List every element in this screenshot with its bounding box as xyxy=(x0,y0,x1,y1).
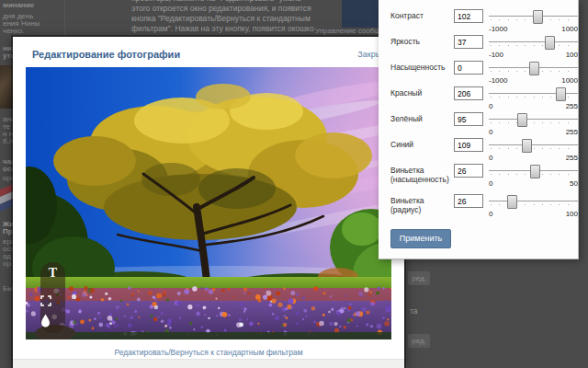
range-min: 0 xyxy=(489,210,492,218)
slider-range: 050 xyxy=(489,179,578,188)
dimmed-messages-link: Управление сообщес xyxy=(315,27,388,35)
screen: минаниедня деньения Ниныченко.нирутванцт… xyxy=(0,0,588,368)
range-max: 1000 xyxy=(561,76,578,85)
slider-range: -100100 xyxy=(489,51,578,59)
dimmed-sidebar-text: минание xyxy=(3,1,34,9)
dimmed-text-fragment: та xyxy=(410,306,418,316)
slider-thumb[interactable] xyxy=(545,36,555,50)
slider[interactable]: -10001000 xyxy=(489,9,578,34)
slider[interactable]: 050 xyxy=(489,164,578,189)
value-input[interactable] xyxy=(454,9,483,23)
value-input[interactable] xyxy=(454,86,483,100)
range-max: 1000 xyxy=(561,25,578,33)
slider-row: Красный0255 xyxy=(390,86,567,111)
range-min: 0 xyxy=(489,179,492,188)
value-input[interactable] xyxy=(454,164,483,178)
dimmed-edit-badge: ред. xyxy=(408,271,430,285)
slider-range: 0100 xyxy=(489,210,578,218)
slider-label: Синий xyxy=(390,140,449,149)
value-input[interactable] xyxy=(454,112,483,126)
slider-row: Яркость-100100 xyxy=(390,35,567,60)
slider-ticks xyxy=(491,45,576,46)
range-min: 0 xyxy=(489,102,492,110)
slider-row: Зелёный0255 xyxy=(390,112,567,137)
photo-edit-modal: Редактирование фотографии Закрыть xyxy=(13,37,404,368)
slider-thumb[interactable] xyxy=(522,139,532,153)
slider-range: 0255 xyxy=(489,154,578,162)
slider-thumb[interactable] xyxy=(517,113,527,127)
value-input[interactable] xyxy=(454,35,483,49)
dimmed-sidebar-text: ченко. xyxy=(3,27,24,35)
slider-label: Виньетка (насыщенность) xyxy=(390,166,449,184)
dimmed-sidebar-text: ор xyxy=(3,259,11,268)
range-max: 100 xyxy=(566,210,578,218)
dimmed-blue-button xyxy=(342,0,381,28)
slider-thumb[interactable] xyxy=(507,195,517,209)
range-min: 0 xyxy=(489,154,492,162)
slider-track xyxy=(489,119,578,120)
dimmed-edit-badge: ред. xyxy=(408,334,430,348)
range-max: 100 xyxy=(566,51,578,59)
slider-row: Виньетка (насыщенность)050 xyxy=(390,164,567,189)
range-min: -1000 xyxy=(489,25,507,33)
slider-label: Красный xyxy=(390,88,449,98)
filters-panel: Контраст-10001000Яркость-100100Насыщенно… xyxy=(379,0,579,259)
text-icon: T xyxy=(49,266,57,280)
slider-ticks xyxy=(491,148,576,149)
value-input[interactable] xyxy=(454,61,483,75)
slider[interactable]: -10001000 xyxy=(489,61,578,86)
slider-thumb[interactable] xyxy=(530,165,540,178)
crop-icon xyxy=(40,295,51,306)
slider-label: Яркость xyxy=(390,37,449,46)
range-min: -100 xyxy=(489,51,503,59)
range-max: 255 xyxy=(566,154,578,162)
slider-row: Виньетка (радиус)0100 xyxy=(390,194,567,219)
slider[interactable]: -100100 xyxy=(489,35,578,60)
text-tool-button[interactable]: T xyxy=(40,266,65,284)
range-max: 50 xyxy=(570,179,578,188)
slider[interactable]: 0255 xyxy=(489,86,578,111)
slider-row: Контраст-10001000 xyxy=(390,9,567,34)
slider-thumb[interactable] xyxy=(533,10,543,24)
slider-track xyxy=(489,201,578,201)
slider-thumb[interactable] xyxy=(556,87,566,101)
toggle-standard-filters-link[interactable]: Редактировать/Вернуться к стандартным фи… xyxy=(13,348,404,357)
sidebar-photo-thumbnail xyxy=(0,65,14,109)
slider-row: Насыщенность-10001000 xyxy=(390,61,567,86)
modal-title: Редактирование фотографии xyxy=(32,49,180,60)
slider-range: -10001000 xyxy=(489,76,578,85)
apply-button[interactable]: Применить xyxy=(390,229,451,248)
slider-row: Синий0255 xyxy=(390,138,567,163)
photo-preview: T xyxy=(26,67,391,339)
slider-ticks xyxy=(491,204,576,205)
slider-thumb[interactable] xyxy=(529,62,539,75)
value-input[interactable] xyxy=(454,138,483,152)
slider-range: 0255 xyxy=(489,102,578,110)
slider[interactable]: 0255 xyxy=(489,138,578,163)
slider[interactable]: 0255 xyxy=(489,112,578,137)
slider-ticks xyxy=(491,122,576,123)
slider-label: Виньетка (радиус) xyxy=(390,196,449,214)
slider-range: -10001000 xyxy=(489,25,578,33)
slider-label: Насыщенность xyxy=(390,63,449,72)
drop-icon xyxy=(40,314,51,328)
dimmed-sidebar-text: Бы xyxy=(3,284,13,293)
range-max: 255 xyxy=(566,128,578,136)
slider-range: 0255 xyxy=(489,128,578,136)
modal-footer-bar xyxy=(13,359,404,368)
range-min: -1000 xyxy=(489,76,507,85)
slider[interactable]: 0100 xyxy=(489,194,578,219)
landscape-photo xyxy=(26,67,391,339)
blur-tool-button[interactable] xyxy=(40,314,65,332)
slider-label: Зелёный xyxy=(390,114,449,123)
slider-label: Контраст xyxy=(390,11,449,20)
value-input[interactable] xyxy=(454,194,483,208)
range-max: 255 xyxy=(566,102,578,110)
range-min: 0 xyxy=(489,128,492,136)
photo-tools-overlay: T xyxy=(40,262,65,333)
slider-track xyxy=(489,144,578,145)
crop-tool-button[interactable] xyxy=(40,295,65,314)
slider-track xyxy=(489,41,578,42)
